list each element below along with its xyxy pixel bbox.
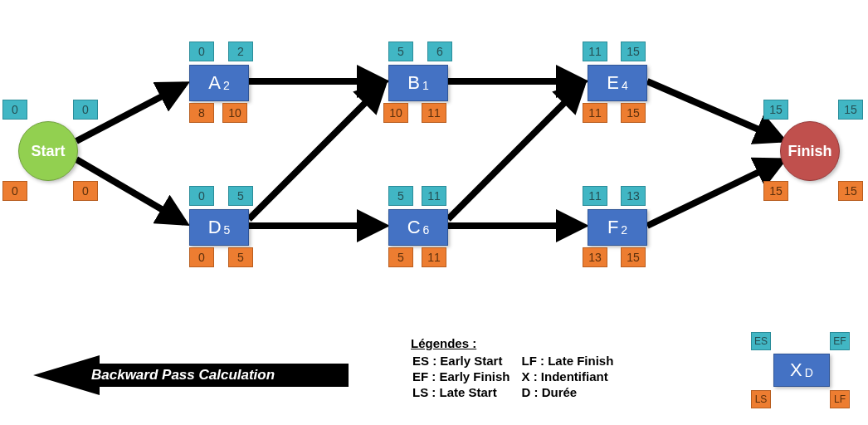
- activity-F-id: F: [607, 217, 618, 238]
- finish-lf: 15: [838, 181, 863, 201]
- svg-line-8: [647, 81, 782, 139]
- svg-line-9: [647, 161, 782, 226]
- A-ef: 2: [228, 42, 253, 61]
- D-ef: 5: [228, 186, 253, 206]
- E-ls: 11: [583, 103, 607, 123]
- activity-E: E 4: [588, 65, 647, 101]
- finish-label: Finish: [788, 143, 832, 160]
- backward-pass-label: Backward Pass Calculation: [91, 367, 275, 383]
- D-ls: 0: [189, 247, 214, 267]
- svg-line-6: [448, 85, 583, 219]
- F-ef: 13: [621, 186, 646, 206]
- C-ef: 11: [422, 186, 446, 206]
- start-ls: 0: [2, 181, 27, 201]
- activity-D-id: D: [208, 217, 222, 238]
- start-lf: 0: [73, 181, 98, 201]
- activity-D-duration: 5: [224, 223, 231, 237]
- legend-mini-ef: EF: [830, 332, 850, 350]
- start-node: Start: [18, 121, 78, 181]
- A-es: 0: [189, 42, 214, 61]
- legend-mini-dur: D: [805, 366, 813, 379]
- legend-d: D : Durée: [522, 385, 578, 399]
- finish-ef: 15: [838, 100, 863, 120]
- E-lf: 15: [621, 103, 646, 123]
- activity-A-duration: 2: [223, 79, 230, 92]
- activity-A: A 2: [189, 65, 249, 101]
- B-lf: 11: [422, 103, 446, 123]
- finish-node: Finish: [780, 121, 840, 181]
- E-ef: 15: [621, 42, 646, 61]
- activity-F-duration: 2: [621, 223, 627, 237]
- activity-E-duration: 4: [622, 79, 628, 92]
- legend-mini-diagram: ES EF X D LS LF: [751, 332, 851, 415]
- activity-B-id: B: [407, 72, 420, 94]
- activity-C: C 6: [388, 209, 448, 246]
- finish-es: 15: [763, 100, 788, 120]
- D-es: 0: [189, 186, 214, 206]
- legend-es: ES : Early Start: [412, 354, 502, 368]
- B-ls: 10: [383, 103, 408, 123]
- E-es: 11: [583, 42, 607, 61]
- legend-mini-es: ES: [751, 332, 771, 350]
- B-ef: 6: [427, 42, 452, 61]
- F-lf: 15: [621, 247, 646, 267]
- activity-A-id: A: [208, 72, 221, 94]
- legend-title: Légendes :: [411, 336, 476, 350]
- legend-mini-id: X: [790, 359, 802, 381]
- activity-C-id: C: [407, 217, 421, 238]
- start-es: 0: [2, 100, 27, 120]
- start-label: Start: [31, 143, 65, 160]
- F-ls: 13: [583, 247, 607, 267]
- C-es: 5: [388, 186, 413, 206]
- activity-D: D 5: [189, 209, 249, 246]
- legend-mini-activity: X D: [773, 354, 830, 387]
- C-ls: 5: [388, 247, 413, 267]
- F-es: 11: [583, 186, 607, 206]
- A-ls: 8: [189, 103, 214, 123]
- C-lf: 11: [422, 247, 446, 267]
- start-ef: 0: [73, 100, 98, 120]
- D-lf: 5: [228, 247, 253, 267]
- activity-F: F 2: [588, 209, 647, 246]
- activity-B: B 1: [388, 65, 448, 101]
- legend-mini-ls: LS: [751, 390, 771, 408]
- legend-mini-lf: LF: [830, 390, 850, 408]
- legend-lf: LF : Late Finish: [522, 354, 614, 368]
- A-lf: 10: [222, 103, 247, 123]
- legend-ls: LS : Late Start: [412, 385, 497, 399]
- activity-C-duration: 6: [423, 223, 430, 237]
- B-es: 5: [388, 42, 413, 61]
- legend-x: X : Indentifiant: [522, 369, 608, 383]
- svg-line-3: [249, 85, 383, 219]
- activity-B-duration: 1: [422, 79, 429, 92]
- finish-ls: 15: [763, 181, 788, 201]
- activity-E-id: E: [607, 72, 619, 94]
- legend-ef: EF : Early Finish: [412, 369, 510, 383]
- legend: Légendes : ES : Early Start LF : Late Fi…: [411, 336, 625, 401]
